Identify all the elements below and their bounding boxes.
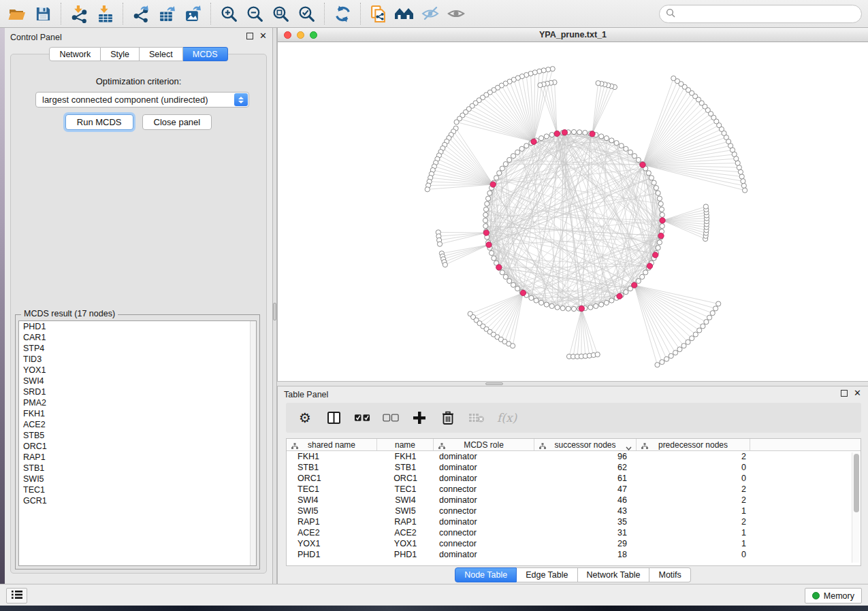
optimization-criterion-select[interactable]: largest connected component (undirected) xyxy=(35,92,249,108)
tab-network[interactable]: Network xyxy=(49,47,101,61)
close-panel-button[interactable]: Close panel xyxy=(142,114,212,130)
table-row[interactable]: TEC1TEC1connector472 xyxy=(287,484,861,495)
tab-node-table[interactable]: Node Table xyxy=(455,567,517,582)
table-scrollbar-thumb[interactable] xyxy=(854,454,859,512)
import-network-button[interactable] xyxy=(66,1,92,26)
export-network-button[interactable] xyxy=(128,1,154,26)
import-table-button[interactable] xyxy=(92,1,118,26)
refresh-network-button[interactable] xyxy=(329,1,355,26)
show-all-button[interactable] xyxy=(443,1,469,26)
close-panel-icon[interactable]: ✕ xyxy=(259,33,267,39)
tab-network-table[interactable]: Network Table xyxy=(578,567,650,582)
tab-select[interactable]: Select xyxy=(140,47,183,61)
memory-button[interactable]: Memory xyxy=(805,588,862,604)
table-row[interactable]: ACE2ACE2connector311 xyxy=(287,527,861,538)
table-row[interactable]: SWI5SWI5connector431 xyxy=(287,506,861,516)
column-header-successor-nodes[interactable]: successor nodes xyxy=(534,439,637,450)
mcds-result-item[interactable]: STB5 xyxy=(19,430,256,441)
mcds-result-item[interactable]: ACE2 xyxy=(19,419,256,430)
network-canvas[interactable] xyxy=(278,42,868,380)
mcds-result-list[interactable]: PHD1CAR1STP4TID3YOX1SWI4SRD1PMA2FKH1ACE2… xyxy=(18,320,257,566)
table-row[interactable]: ORC1ORC1dominator610 xyxy=(287,473,861,484)
mcds-result-title: MCDS result (17 nodes) xyxy=(21,309,118,318)
run-mcds-button[interactable]: Run MCDS xyxy=(65,114,133,130)
mcds-result-item[interactable]: FKH1 xyxy=(19,408,256,419)
export-table-button[interactable] xyxy=(154,1,180,26)
clone-network-button[interactable] xyxy=(366,1,391,26)
mcds-result-item[interactable]: TID3 xyxy=(19,354,256,365)
network-view-window: YPA_prune.txt_1 xyxy=(277,28,868,381)
mcds-result-item[interactable]: GCR1 xyxy=(19,495,256,506)
table-cell: 0 xyxy=(637,473,750,484)
eye-slash-icon xyxy=(421,5,440,22)
mcds-result-item[interactable]: SRD1 xyxy=(19,386,256,397)
table-row[interactable]: STB1STB1dominator620 xyxy=(287,462,861,473)
save-session-button[interactable] xyxy=(30,1,56,26)
tab-mcds[interactable]: MCDS xyxy=(183,47,228,61)
column-header-predecessor-nodes[interactable]: predecessor nodes xyxy=(637,439,750,450)
select-all-icon[interactable] xyxy=(354,410,370,426)
table-cell: PHD1 xyxy=(287,549,377,560)
table-cell: ORC1 xyxy=(377,473,434,484)
zoom-in-button[interactable] xyxy=(216,1,242,26)
table-cell: dominator xyxy=(434,462,534,473)
table-row[interactable]: FKH1FKH1dominator962 xyxy=(287,451,861,462)
mcds-result-item[interactable]: SWI5 xyxy=(19,474,256,484)
mcds-result-item[interactable]: CAR1 xyxy=(19,332,256,343)
table-cell: SWI5 xyxy=(377,506,434,516)
mcds-result-groupbox: MCDS result (17 nodes) PHD1CAR1STP4TID3Y… xyxy=(15,314,260,569)
column-header-name[interactable]: name xyxy=(377,439,434,450)
hide-selected-button[interactable] xyxy=(417,1,443,26)
export-image-button[interactable] xyxy=(180,1,206,26)
tab-edge-table[interactable]: Edge Table xyxy=(517,567,577,582)
splitter-grabber[interactable] xyxy=(273,303,276,320)
mcds-result-item[interactable]: STP4 xyxy=(19,343,256,354)
first-neighbors-button[interactable] xyxy=(391,1,417,26)
tab-style[interactable]: Style xyxy=(101,47,140,61)
table-toolbar: ⚙ f(x) xyxy=(286,403,861,433)
mcds-result-item[interactable]: RAP1 xyxy=(19,452,256,463)
table-cell: 96 xyxy=(534,451,637,462)
mcds-result-item[interactable]: YOX1 xyxy=(19,365,256,376)
eye-icon xyxy=(447,5,466,22)
tab-motifs[interactable]: Motifs xyxy=(649,567,690,582)
search-input[interactable] xyxy=(679,9,861,19)
mcds-result-item[interactable]: TEC1 xyxy=(19,484,256,495)
zoom-selected-button[interactable] xyxy=(293,1,319,26)
column-header-shared-name[interactable]: shared name xyxy=(287,439,377,450)
horizontal-splitter[interactable] xyxy=(277,381,868,386)
mcds-result-item[interactable]: ORC1 xyxy=(19,441,256,452)
show-column-icon[interactable] xyxy=(325,410,342,426)
add-icon[interactable] xyxy=(411,410,428,426)
list-scrollbar-track[interactable] xyxy=(250,321,256,565)
task-history-button[interactable] xyxy=(6,588,27,604)
mcds-result-item[interactable]: PMA2 xyxy=(19,397,256,408)
splitter-grabber[interactable] xyxy=(485,382,503,385)
import-network-icon xyxy=(70,5,89,23)
export-image-icon xyxy=(184,5,202,23)
search-box xyxy=(659,5,862,23)
vertical-splitter[interactable] xyxy=(272,28,277,584)
column-header-MCDS-role[interactable]: MCDS role xyxy=(434,439,534,450)
task-list-icon xyxy=(11,590,23,601)
mcds-result-item[interactable]: PHD1 xyxy=(19,321,256,332)
column-type-icon xyxy=(438,442,445,451)
zoom-fit-button[interactable] xyxy=(268,1,293,26)
table-row[interactable]: YOX1YOX1connector291 xyxy=(287,538,861,549)
table-row[interactable]: SWI4SWI4dominator462 xyxy=(287,495,861,506)
close-panel-icon[interactable]: ✕ xyxy=(854,390,861,397)
mcds-result-item[interactable]: SWI4 xyxy=(19,376,256,386)
float-panel-icon[interactable] xyxy=(246,33,253,39)
search-icon xyxy=(666,8,679,20)
table-options-gear-icon[interactable]: ⚙ xyxy=(297,410,313,426)
mcds-result-item[interactable]: STB1 xyxy=(19,463,256,474)
table-scrollbar-track[interactable] xyxy=(852,452,859,563)
deselect-all-icon[interactable] xyxy=(383,410,399,426)
table-row[interactable]: PHD1PHD1dominator180 xyxy=(287,549,861,560)
zoom-out-button[interactable] xyxy=(242,1,268,26)
table-row[interactable]: RAP1RAP1dominator352 xyxy=(287,516,861,527)
network-window-titlebar[interactable]: YPA_prune.txt_1 xyxy=(278,28,868,42)
open-file-button[interactable] xyxy=(4,1,30,26)
float-panel-icon[interactable] xyxy=(841,390,848,397)
trash-icon[interactable] xyxy=(440,410,456,426)
